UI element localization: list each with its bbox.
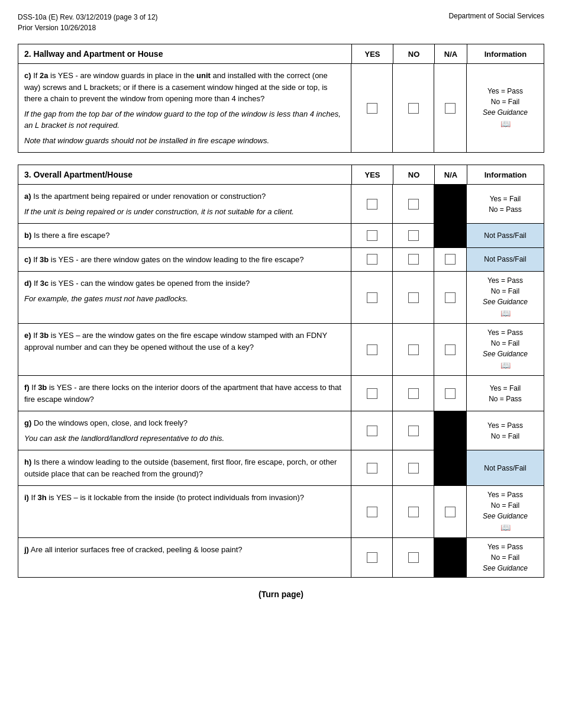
prior-version: Prior Version 10/26/2018	[18, 22, 158, 33]
info-cell-2c: Yes = PassNo = FailSee Guidance	[467, 64, 544, 152]
yes-cell-3h[interactable]	[351, 450, 393, 485]
form-number: DSS-10a (E) Rev. 03/12/2019 (page 3 of 1…	[18, 12, 158, 22]
checkbox-no-3c[interactable]	[408, 254, 419, 265]
na-cell-3c[interactable]	[434, 248, 467, 272]
checkbox-no-3d[interactable]	[408, 292, 419, 303]
yes-cell-3a[interactable]	[351, 185, 393, 223]
question-3h: h) Is there a window leading to the outs…	[18, 450, 351, 485]
no-cell-3g[interactable]	[393, 411, 434, 450]
yes-cell-3c[interactable]	[351, 248, 393, 272]
checkbox-yes-3i[interactable]	[367, 507, 377, 517]
section-3-na-header: N/A	[434, 165, 467, 184]
no-cell-3j[interactable]	[393, 538, 434, 577]
checkbox-yes-3a[interactable]	[367, 199, 377, 210]
section-2-no-header: NO	[393, 44, 434, 63]
guidance-icon-3e	[500, 362, 511, 370]
no-cell-3f[interactable]	[393, 376, 434, 411]
section-2-header: 2. Hallway and Apartment or House YES NO…	[18, 44, 544, 64]
section-3-row-b: b) Is there a fire escape? Not Pass/Fail	[18, 224, 544, 248]
checkbox-na-3c[interactable]	[445, 254, 456, 265]
na-cell-3j	[434, 538, 467, 577]
no-cell-3d[interactable]	[393, 272, 434, 323]
yes-cell-3d[interactable]	[351, 272, 393, 323]
info-cell-3f: Yes = FailNo = Pass	[467, 376, 544, 411]
checkbox-yes-3b[interactable]	[367, 230, 377, 241]
question-3a: a) Is the apartment being repaired or un…	[18, 185, 351, 223]
question-3e: e) If 3b is YES – are the window gates o…	[18, 324, 351, 375]
checkbox-no-3g[interactable]	[408, 426, 419, 436]
checkbox-yes-3e[interactable]	[367, 344, 377, 355]
section-3-row-i: i) If 3h is YES – is it lockable from th…	[18, 486, 544, 538]
question-3i: i) If 3h is YES – is it lockable from th…	[18, 486, 351, 537]
no-cell-3b[interactable]	[393, 224, 434, 247]
checkbox-no-3b[interactable]	[408, 230, 419, 241]
checkbox-yes-2c[interactable]	[367, 103, 377, 114]
na-cell-3b	[434, 224, 467, 247]
section-3-title: 3. Overall Apartment/House	[18, 165, 351, 184]
yes-cell-3g[interactable]	[351, 411, 393, 450]
section-2: 2. Hallway and Apartment or House YES NO…	[18, 44, 544, 153]
checkbox-na-3f[interactable]	[445, 388, 456, 399]
yes-cell-3f[interactable]	[351, 376, 393, 411]
na-cell-3h	[434, 450, 467, 485]
no-cell-3c[interactable]	[393, 248, 434, 272]
no-cell-3e[interactable]	[393, 324, 434, 375]
section-3-row-c: c) If 3b is YES - are there window gates…	[18, 248, 544, 272]
checkbox-na-2c[interactable]	[445, 103, 456, 114]
checkbox-yes-3f[interactable]	[367, 388, 377, 399]
no-cell-3a[interactable]	[393, 185, 434, 223]
checkbox-yes-3h[interactable]	[367, 463, 377, 473]
checkbox-no-3a[interactable]	[408, 199, 419, 210]
header-left: DSS-10a (E) Rev. 03/12/2019 (page 3 of 1…	[18, 12, 158, 33]
yes-cell-2c[interactable]	[351, 64, 393, 152]
info-cell-3j: Yes = PassNo = FailSee Guidance	[467, 538, 544, 577]
section-3-row-j: j) Are all interior surfaces free of cra…	[18, 538, 544, 577]
info-cell-3d: Yes = PassNo = FailSee Guidance	[467, 272, 544, 323]
question-3j: j) Are all interior surfaces free of cra…	[18, 538, 351, 577]
checkbox-na-3d[interactable]	[445, 292, 456, 303]
yes-cell-3e[interactable]	[351, 324, 393, 375]
yes-cell-3j[interactable]	[351, 538, 393, 577]
no-cell-3i[interactable]	[393, 486, 434, 537]
section-2-title: 2. Hallway and Apartment or House	[18, 44, 351, 63]
checkbox-no-3j[interactable]	[408, 552, 419, 563]
question-3f: f) If 3b is YES - are there locks on the…	[18, 376, 351, 411]
section-3: 3. Overall Apartment/House YES NO N/A In…	[18, 165, 544, 578]
question-3d: d) If 3c is YES - can the window gates b…	[18, 272, 351, 323]
checkbox-no-3i[interactable]	[408, 507, 419, 517]
yes-cell-3b[interactable]	[351, 224, 393, 247]
section-3-row-h: h) Is there a window leading to the outs…	[18, 450, 544, 486]
page-footer: (Turn page)	[18, 590, 544, 599]
checkbox-na-3i[interactable]	[445, 507, 456, 517]
info-cell-3a: Yes = FailNo = Pass	[467, 185, 544, 223]
na-cell-3i[interactable]	[434, 486, 467, 537]
checkbox-no-3f[interactable]	[408, 388, 419, 399]
department-name: Department of Social Services	[449, 12, 544, 33]
question-3b: b) Is there a fire escape?	[18, 224, 351, 247]
na-cell-3d[interactable]	[434, 272, 467, 323]
question-3g: g) Do the windows open, close, and lock …	[18, 411, 351, 450]
checkbox-no-2c[interactable]	[408, 103, 419, 114]
question-2c: c) If 2a is YES - are window guards in p…	[18, 64, 351, 152]
section-3-no-header: NO	[393, 165, 434, 184]
checkbox-yes-3g[interactable]	[367, 426, 377, 436]
na-cell-2c[interactable]	[434, 64, 467, 152]
na-cell-3f[interactable]	[434, 376, 467, 411]
no-cell-3h[interactable]	[393, 450, 434, 485]
guidance-icon-3d	[500, 310, 511, 318]
no-cell-2c[interactable]	[393, 64, 434, 152]
checkbox-no-3e[interactable]	[408, 344, 419, 355]
checkbox-no-3h[interactable]	[408, 463, 419, 473]
section-2-yes-header: YES	[351, 44, 393, 63]
section-2-row-c: c) If 2a is YES - are window guards in p…	[18, 64, 544, 152]
na-cell-3e[interactable]	[434, 324, 467, 375]
guidance-icon-2c	[500, 120, 511, 128]
checkbox-yes-3d[interactable]	[367, 292, 377, 303]
na-cell-3a	[434, 185, 467, 223]
checkbox-yes-3c[interactable]	[367, 254, 377, 265]
section-2-info-header: Information	[467, 44, 544, 63]
checkbox-na-3e[interactable]	[445, 344, 456, 355]
yes-cell-3i[interactable]	[351, 486, 393, 537]
section-3-row-d: d) If 3c is YES - can the window gates b…	[18, 272, 544, 324]
checkbox-yes-3j[interactable]	[367, 552, 377, 563]
